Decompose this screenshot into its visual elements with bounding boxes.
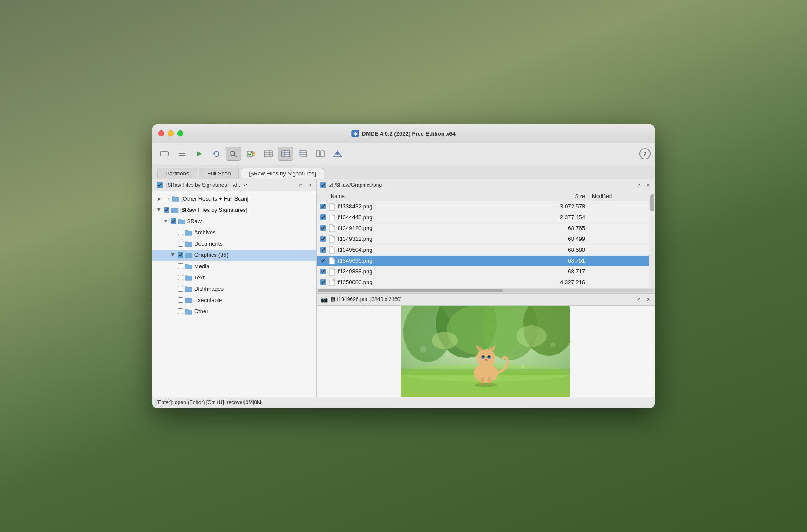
toolbar-table2-button[interactable] [278, 147, 293, 161]
minimize-button[interactable] [168, 130, 174, 136]
left-panel-close-button[interactable]: ✕ [306, 182, 313, 188]
toolbar-back-button[interactable] [156, 147, 172, 161]
tree-item-archives[interactable]: ▶ Archives [152, 227, 316, 238]
tree-checkbox-diskimages[interactable] [178, 286, 183, 292]
tree-item-documents[interactable]: ▶ Documents [152, 238, 316, 250]
table-row[interactable]: f1350080.png 4 327 216 [317, 277, 649, 288]
statusbar-text: [Enter]: open (Editor) [Ctrl+U]: recover… [156, 399, 261, 405]
table-row[interactable]: f1349504.png 68 580 [317, 244, 649, 255]
preview-section: 📷 🖼 f1349696.png [3840 x 2160] ↗ ✕ [317, 294, 655, 397]
tree-checkbox-raw[interactable] [171, 218, 176, 224]
tree-folder-icon-raw [178, 218, 185, 224]
file-name-cell: f1349504.png [317, 244, 516, 255]
tree-checkbox-text[interactable] [178, 275, 183, 280]
tree-item-diskimages[interactable]: ▶ DiskImages [152, 283, 316, 295]
file-icon [329, 203, 335, 211]
file-list-hscrollbar[interactable] [317, 288, 655, 293]
tree-checkbox-other[interactable] [178, 308, 183, 314]
tab-fullscan[interactable]: Full Scan [199, 168, 239, 179]
file-list-expand-button[interactable]: ↗ [635, 182, 642, 188]
svg-point-36 [447, 306, 525, 356]
toolbar-refresh-button[interactable] [208, 147, 224, 161]
table-row[interactable]: f1349888.png 68 717 [317, 266, 649, 277]
help-button[interactable]: ? [639, 148, 651, 159]
tree-checkbox-graphics[interactable] [178, 252, 183, 258]
file-list-section: ☑ /$Raw/Graphics/png ↗ ✕ Name Size Modif… [317, 179, 655, 294]
close-button[interactable] [158, 130, 164, 136]
file-modified-cell [589, 266, 649, 277]
svg-line-9 [234, 155, 237, 157]
file-row-checkbox[interactable] [320, 269, 326, 274]
file-size-cell: 68 765 [516, 223, 589, 234]
preview-expand-button[interactable]: ↗ [635, 296, 642, 303]
tree-checkbox-media[interactable] [178, 263, 183, 269]
toolbar-table1-button[interactable] [260, 147, 276, 161]
col-header-modified[interactable]: Modified [589, 191, 649, 201]
tree-item-executable[interactable]: ▶ Executable [152, 295, 316, 306]
tree-folder-icon-diskimages [185, 286, 192, 292]
tree-item-media[interactable]: ▶ Media [152, 261, 316, 272]
col-header-name[interactable]: Name [317, 191, 516, 201]
file-icon [329, 257, 335, 265]
file-row-checkbox[interactable] [320, 258, 326, 263]
tree-checkbox-archives[interactable] [178, 230, 183, 235]
toolbar-split-button[interactable] [312, 147, 328, 161]
table-row[interactable]: f1349312.png 68 499 [317, 234, 649, 244]
tab-rawfiles[interactable]: [$Raw Files by Signatures] [241, 168, 324, 179]
file-size-cell: 68 717 [516, 266, 589, 277]
toolbar-search-button[interactable] [226, 147, 241, 161]
file-list-scrollbar[interactable] [649, 191, 655, 288]
tree-checkbox-executable[interactable] [178, 297, 183, 303]
table-row[interactable]: f1338432.png 3 072 578 [317, 201, 649, 212]
file-name-cell: f1349888.png [317, 266, 516, 277]
tree-checkbox-documents[interactable] [178, 241, 183, 247]
tree-label-executable: Executable [194, 297, 222, 303]
left-panel-expand-button[interactable]: ↗ [296, 182, 303, 188]
left-panel-checkbox[interactable] [157, 182, 163, 188]
tree-item-raw-files[interactable]: ▶ [$Raw Files by Signatures] [152, 204, 316, 216]
toolbar-table3-button[interactable] [295, 147, 311, 161]
tab-partitions[interactable]: Partitions [157, 168, 197, 179]
file-name-cell: f1349696.png [317, 255, 516, 266]
file-list-header-checkbox[interactable] [320, 182, 326, 188]
table-row[interactable]: f1349696.png 68 751 [317, 255, 649, 266]
file-row-checkbox[interactable] [320, 214, 326, 220]
file-row-checkbox[interactable] [320, 236, 326, 242]
toolbar-list-button[interactable] [174, 147, 189, 161]
tree-item-raw[interactable]: ▶ $Raw [152, 216, 316, 227]
tree-label-diskimages: DiskImages [194, 285, 224, 292]
file-modified-cell [589, 234, 649, 244]
tree-label-text: Text [194, 274, 205, 281]
svg-rect-24 [299, 151, 301, 157]
file-list-header: ☑ /$Raw/Graphics/png ↗ ✕ [317, 179, 655, 191]
file-row-checkbox[interactable] [320, 247, 326, 253]
table-row[interactable]: f1344448.png 2 377 454 [317, 212, 649, 223]
file-list-scrollbar-thumb[interactable] [650, 194, 654, 211]
toolbar-check-button[interactable] [243, 147, 259, 161]
preview-close-button[interactable]: ✕ [644, 296, 651, 303]
tree-item-text[interactable]: ▶ Text [152, 272, 316, 283]
svg-rect-14 [264, 151, 272, 157]
tree-item-other[interactable]: ▶ Other [152, 306, 316, 317]
file-row-checkbox[interactable] [320, 204, 326, 209]
table-row[interactable]: f1349120.png 68 765 [317, 223, 649, 234]
toolbar-play-button[interactable] [191, 147, 207, 161]
tree-folder-icon-executable [185, 297, 192, 303]
col-header-size[interactable]: Size [516, 191, 589, 201]
hscrollbar-thumb[interactable] [318, 289, 503, 292]
file-row-checkbox[interactable] [320, 225, 326, 231]
app-icon: ◈ [351, 130, 359, 137]
tree-checkbox-raw-files[interactable] [164, 207, 169, 213]
file-name-cell: f1338432.png [317, 201, 516, 212]
tree-item-other-results[interactable]: ▶ → [Other Results + Full Scan] [152, 193, 316, 204]
tree-item-graphics[interactable]: ▶ Graphics (85) [152, 250, 316, 261]
tree-folder-icon-raw-files [171, 207, 179, 213]
file-icon [329, 268, 335, 276]
tree-folder-icon-archives [185, 230, 192, 236]
toolbar-logo-button[interactable] [330, 147, 345, 161]
file-name: f1349312.png [338, 236, 373, 242]
maximize-button[interactable] [177, 130, 183, 136]
file-list-close-button[interactable]: ✕ [644, 182, 651, 188]
file-row-checkbox[interactable] [320, 279, 326, 285]
svg-rect-27 [316, 151, 320, 157]
